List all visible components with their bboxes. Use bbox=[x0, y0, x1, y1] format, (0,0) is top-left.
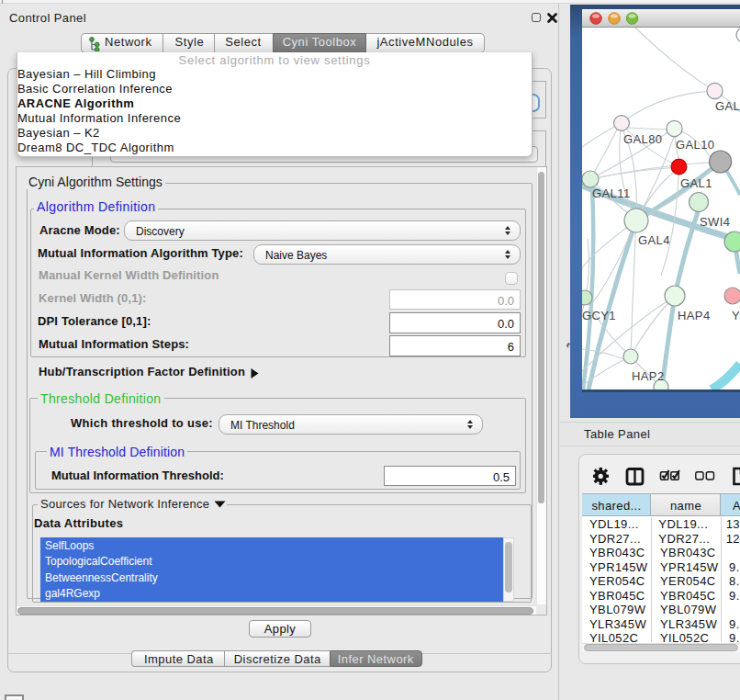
svg-text:GAL10: GAL10 bbox=[676, 138, 714, 152]
svg-text:GAL1: GAL1 bbox=[680, 176, 712, 190]
svg-text:GAL7: GAL7 bbox=[715, 99, 740, 113]
svg-text:GAL80: GAL80 bbox=[623, 132, 662, 146]
svg-text:GCY1: GCY1 bbox=[582, 309, 616, 322]
svg-text:YM: YM bbox=[732, 309, 740, 322]
svg-text:SWI4: SWI4 bbox=[700, 215, 730, 229]
svg-text:GAL4: GAL4 bbox=[638, 233, 670, 247]
svg-text:GAL11: GAL11 bbox=[592, 186, 631, 200]
svg-text:HAP2: HAP2 bbox=[632, 369, 665, 383]
svg-text:HAP4: HAP4 bbox=[678, 309, 711, 322]
